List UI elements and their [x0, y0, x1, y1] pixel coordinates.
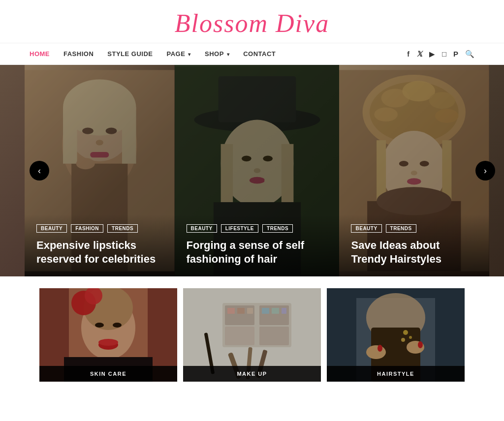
- nav-item-page[interactable]: PAGE ▾: [166, 50, 191, 58]
- skincare-label: SKIN CARE: [39, 366, 177, 382]
- site-header: Blossom Diva: [0, 0, 504, 43]
- svg-point-11: [76, 158, 95, 169]
- chevron-down-icon: ▾: [227, 52, 230, 57]
- svg-point-21: [249, 177, 265, 184]
- slide-3: BEAUTY TRENDS Save Ideas about Trendy Ha…: [339, 65, 489, 276]
- social-links: f 𝕏 ▶ □ P 🔍: [407, 50, 474, 59]
- slide-3-title: Save Ideas about Trendy Hairstyles: [351, 239, 477, 267]
- svg-point-74: [403, 330, 408, 335]
- youtube-icon[interactable]: ▶: [429, 50, 435, 59]
- nav-menu: HOME FASHION STYLE GUIDE PAGE ▾ SHOP ▾ C…: [30, 43, 276, 64]
- svg-point-35: [411, 171, 417, 176]
- svg-point-19: [263, 155, 273, 161]
- tag-beauty-2: BEAUTY: [187, 224, 217, 233]
- slide-1-overlay: BEAUTY FASHION TRENDS Expensive lipstick…: [25, 214, 175, 276]
- grid-item-hairstyle[interactable]: HAIRSTYLE: [327, 288, 465, 382]
- svg-point-50: [98, 339, 118, 346]
- nav-item-shop[interactable]: SHOP ▾: [205, 50, 229, 58]
- grid-item-skincare[interactable]: SKIN CARE: [39, 288, 177, 382]
- slide-3-overlay: BEAUTY TRENDS Save Ideas about Trendy Ha…: [339, 214, 489, 276]
- svg-point-72: [366, 345, 386, 359]
- svg-point-76: [401, 338, 405, 342]
- svg-rect-60: [247, 308, 253, 314]
- slide-2-tags: BEAUTY LIFESTYLE TRENDS: [187, 224, 328, 233]
- svg-rect-6: [122, 108, 136, 164]
- svg-point-20: [253, 168, 260, 173]
- slide-2-title: Forging a sense of self fashioning of ha…: [187, 239, 328, 267]
- site-title: Blossom Diva: [0, 9, 504, 38]
- svg-rect-58: [227, 308, 235, 314]
- svg-rect-59: [237, 308, 245, 314]
- nav-item-contact[interactable]: CONTACT: [243, 50, 276, 58]
- slider-prev-button[interactable]: ‹: [30, 161, 49, 180]
- svg-point-75: [409, 336, 412, 339]
- svg-point-29: [429, 92, 455, 109]
- tag-beauty-3: BEAUTY: [351, 224, 381, 233]
- svg-point-8: [106, 127, 117, 134]
- svg-point-77: [378, 345, 382, 352]
- slide-1-tags: BEAUTY FASHION TRENDS: [36, 224, 163, 233]
- tag-beauty: BEAUTY: [36, 224, 67, 233]
- svg-point-30: [375, 108, 398, 122]
- svg-point-40: [377, 187, 452, 215]
- svg-point-47: [95, 323, 104, 328]
- svg-rect-62: [272, 308, 279, 314]
- svg-point-7: [82, 127, 94, 134]
- svg-rect-56: [225, 327, 254, 345]
- instagram-icon[interactable]: □: [442, 50, 446, 58]
- hairstyle-label: HAIRSTYLE: [327, 366, 465, 382]
- tag-trends-3: TRENDS: [386, 224, 416, 233]
- svg-point-34: [420, 161, 429, 166]
- hero-slider: BEAUTY FASHION TRENDS Expensive lipstick…: [0, 65, 504, 276]
- chevron-down-icon: ▾: [188, 52, 191, 57]
- svg-rect-63: [282, 308, 286, 314]
- svg-point-9: [96, 140, 103, 145]
- navigation: HOME FASHION STYLE GUIDE PAGE ▾ SHOP ▾ C…: [0, 43, 504, 65]
- svg-point-31: [436, 109, 459, 123]
- tag-trends-2: TRENDS: [262, 224, 293, 233]
- search-icon[interactable]: 🔍: [465, 50, 474, 59]
- svg-rect-5: [63, 108, 77, 164]
- nav-item-style-guide[interactable]: STYLE GUIDE: [107, 50, 153, 58]
- svg-rect-61: [262, 308, 269, 314]
- tag-lifestyle: LIFESTYLE: [221, 224, 258, 233]
- slide-partial-left: [0, 65, 25, 276]
- slide-2-overlay: BEAUTY LIFESTYLE TRENDS Forging a sense …: [175, 214, 340, 276]
- makeup-label: MAKE UP: [183, 366, 321, 382]
- svg-point-36: [407, 178, 421, 184]
- twitter-icon[interactable]: 𝕏: [416, 50, 422, 59]
- slide-2: BEAUTY LIFESTYLE TRENDS Forging a sense …: [175, 65, 340, 276]
- pinterest-icon[interactable]: P: [453, 50, 458, 58]
- tag-trends: TRENDS: [107, 224, 138, 233]
- svg-rect-14: [218, 76, 296, 122]
- grid-item-makeup[interactable]: MAKE UP: [183, 288, 321, 382]
- svg-point-18: [241, 155, 251, 161]
- slide-3-tags: BEAUTY TRENDS: [351, 224, 477, 233]
- slide-1-title: Expensive lipsticks reserved for celebri…: [36, 239, 163, 267]
- facebook-icon[interactable]: f: [407, 50, 410, 58]
- svg-rect-57: [259, 327, 289, 345]
- tag-fashion: FASHION: [71, 224, 103, 233]
- nav-item-home[interactable]: HOME: [30, 50, 50, 58]
- nav-item-fashion[interactable]: FASHION: [63, 50, 94, 58]
- svg-point-78: [418, 341, 423, 348]
- svg-rect-10: [90, 152, 109, 157]
- svg-point-48: [113, 323, 122, 328]
- category-grid: SKIN CARE: [0, 276, 504, 393]
- svg-point-33: [399, 161, 409, 166]
- svg-rect-22: [264, 176, 279, 200]
- slider-next-button[interactable]: ›: [475, 161, 495, 180]
